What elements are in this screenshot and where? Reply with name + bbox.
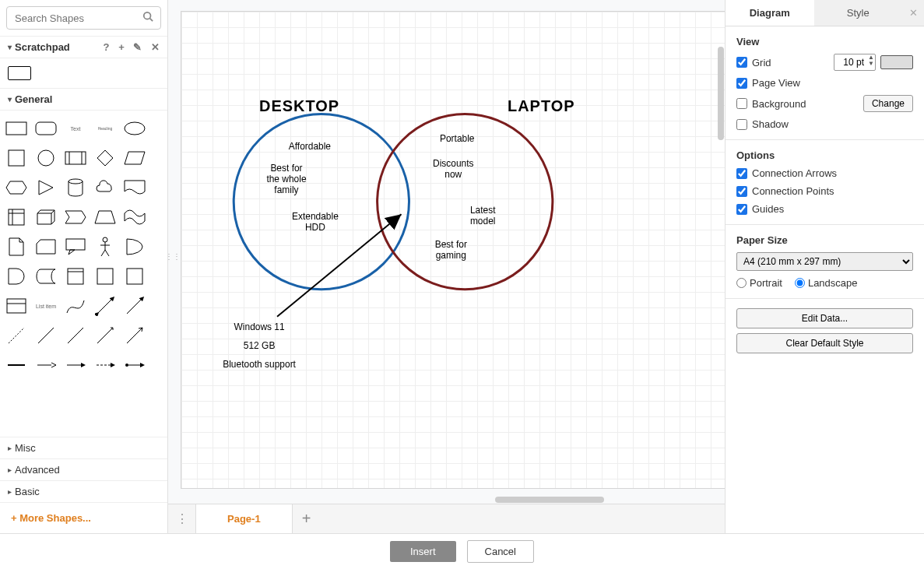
conn-arrows-checkbox[interactable] <box>736 168 747 179</box>
scratchpad-add-icon[interactable]: + <box>118 41 125 53</box>
shape-line2[interactable] <box>64 324 87 347</box>
canvas-hscroll-thumb[interactable] <box>495 497 604 503</box>
more-shapes-button[interactable]: + More Shapes... <box>0 502 167 533</box>
shape-link1[interactable] <box>5 353 28 377</box>
shape-card[interactable] <box>34 235 58 258</box>
shape-text[interactable]: Text <box>64 117 87 140</box>
tab-style[interactable]: Style <box>814 0 903 26</box>
shape-link4[interactable] <box>93 353 117 377</box>
shape-arrow[interactable] <box>123 294 146 318</box>
diagram-paper[interactable]: DESKTOP LAPTOP Affordable Best for the w… <box>181 11 725 489</box>
shape-heading[interactable]: Heading <box>93 117 117 140</box>
pageview-checkbox[interactable] <box>736 78 747 89</box>
section-advanced[interactable]: ▸ Advanced <box>0 458 167 480</box>
portrait-option[interactable]: Portrait <box>736 277 782 289</box>
shape-open-arrow[interactable] <box>123 324 146 347</box>
shape-or[interactable] <box>123 235 146 258</box>
shape-ellipse[interactable] <box>123 117 146 140</box>
shape-container[interactable] <box>64 265 87 288</box>
scratchpad-body[interactable] <box>0 58 167 88</box>
grid-checkbox[interactable] <box>736 57 747 68</box>
split-handle-icon[interactable]: ⋮⋮ <box>168 252 181 261</box>
shape-line[interactable] <box>34 324 58 347</box>
shape-list-item[interactable]: List item <box>34 294 58 318</box>
svg-rect-3 <box>36 122 56 135</box>
shape-dashed-line[interactable] <box>5 324 28 347</box>
general-header[interactable]: ▾ General <box>0 88 167 111</box>
shape-trapezoid[interactable] <box>93 205 117 229</box>
shape-cylinder[interactable] <box>64 176 87 199</box>
conn-points-checkbox[interactable] <box>736 186 747 197</box>
shape-callout[interactable] <box>64 235 87 258</box>
search-shapes-input[interactable] <box>6 6 161 30</box>
shape-note[interactable] <box>5 235 28 258</box>
shape-rect[interactable] <box>5 117 28 140</box>
venn-title-left: DESKTOP <box>259 97 339 114</box>
grid-stepper-icon[interactable]: ▲▼ <box>868 54 874 67</box>
shape-internal-storage[interactable] <box>5 205 28 229</box>
portrait-radio[interactable] <box>736 278 747 288</box>
general-title: General <box>15 93 52 105</box>
shape-diamond[interactable] <box>93 146 117 170</box>
shape-actor[interactable] <box>93 235 117 258</box>
shape-tape[interactable] <box>123 205 146 229</box>
svg-rect-35 <box>7 299 26 313</box>
shape-step[interactable] <box>64 205 87 229</box>
edit-data-button[interactable]: Edit Data... <box>736 308 913 328</box>
paper-size-select[interactable]: A4 (210 mm x 297 mm) <box>736 252 913 271</box>
right-item-portable: Portable <box>440 133 475 144</box>
background-checkbox[interactable] <box>736 98 747 109</box>
shape-cloud[interactable] <box>93 176 117 199</box>
grid-color-swatch[interactable] <box>880 55 913 69</box>
section-misc[interactable]: ▸ Misc <box>0 437 167 458</box>
chevron-right-icon: ▸ <box>8 465 12 474</box>
shape-triangle[interactable] <box>34 176 58 199</box>
shape-link5[interactable] <box>123 353 146 377</box>
close-panel-icon[interactable]: ✕ <box>902 0 924 26</box>
svg-point-4 <box>125 122 145 135</box>
shape-list[interactable] <box>5 294 28 318</box>
shadow-checkbox[interactable] <box>736 119 747 130</box>
sheet-tab-bar: ⋮ Page-1 + <box>168 504 725 533</box>
background-change-button[interactable]: Change <box>863 95 913 112</box>
shape-data-storage[interactable] <box>34 265 58 288</box>
shape-link3[interactable] <box>64 353 87 377</box>
scratchpad-header[interactable]: ▾ Scratchpad ? + ✎ ✕ <box>0 36 167 58</box>
insert-button[interactable]: Insert <box>390 541 456 562</box>
canvas-vscroll-thumb[interactable] <box>718 47 724 140</box>
shape-curve[interactable] <box>64 294 87 318</box>
shape-container2[interactable] <box>93 265 117 288</box>
shape-bidir-arrow[interactable] <box>93 294 117 318</box>
tab-page-1[interactable]: Page-1 <box>196 504 293 533</box>
guides-checkbox[interactable] <box>736 204 747 215</box>
cancel-button[interactable]: Cancel <box>467 540 534 563</box>
svg-rect-7 <box>65 152 86 164</box>
clear-default-style-button[interactable]: Clear Default Style <box>736 333 913 353</box>
shape-process[interactable] <box>64 146 87 170</box>
shape-square[interactable] <box>5 146 28 170</box>
shape-cube[interactable] <box>34 205 58 229</box>
shape-round-rect[interactable] <box>34 117 58 140</box>
tab-add-button[interactable]: + <box>293 504 321 533</box>
landscape-radio[interactable] <box>795 278 805 288</box>
landscape-option[interactable]: Landscape <box>795 277 858 289</box>
scratchpad-shape[interactable] <box>8 66 31 80</box>
right-item-disc-2: now <box>444 169 462 180</box>
shape-thin-arrow[interactable] <box>93 324 117 347</box>
scratchpad-help-icon[interactable]: ? <box>104 41 110 53</box>
tab-diagram[interactable]: Diagram <box>725 0 814 26</box>
section-basic[interactable]: ▸ Basic <box>0 480 167 502</box>
shape-container3[interactable] <box>123 265 146 288</box>
scratchpad-edit-icon[interactable]: ✎ <box>133 41 142 53</box>
right-item-model-1: Latest <box>470 205 496 216</box>
svg-point-26 <box>103 237 107 242</box>
shape-hexagon[interactable] <box>5 176 28 199</box>
tab-menu-button[interactable]: ⋮ <box>168 504 196 533</box>
scratchpad-close-icon[interactable]: ✕ <box>151 41 160 53</box>
shape-link2[interactable] <box>34 353 58 377</box>
venn-circle-left[interactable] <box>234 114 409 290</box>
shape-and[interactable] <box>5 265 28 288</box>
shape-circle[interactable] <box>34 146 58 170</box>
shape-parallelogram[interactable] <box>123 146 146 170</box>
shape-document[interactable] <box>123 176 146 199</box>
